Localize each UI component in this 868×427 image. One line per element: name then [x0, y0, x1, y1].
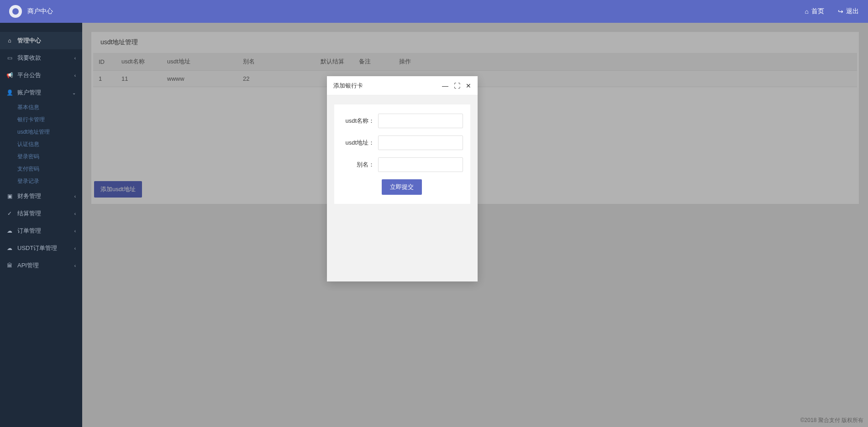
sidebar-label: 结算管理: [17, 209, 41, 218]
sidebar-item-notice[interactable]: 📢平台公告 ‹: [0, 67, 82, 84]
chevron-left-icon: ‹: [74, 194, 76, 199]
chevron-left-icon: ‹: [74, 263, 76, 268]
nav-logout-label: 退出: [846, 7, 859, 16]
sidebar-item-finance[interactable]: ▣财务管理 ‹: [0, 187, 82, 205]
minimize-icon[interactable]: —: [442, 82, 448, 89]
add-bankcard-modal: 添加银行卡 — ⛶ ✕ usdt名称： usdt地址： 别名： 立即提交: [327, 76, 478, 281]
sidebar-sub-auth[interactable]: 认证信息: [0, 138, 82, 151]
nav-logout-link[interactable]: ↪ 退出: [838, 7, 859, 16]
sidebar-label: 平台公告: [17, 71, 41, 79]
modal-title: 添加银行卡: [333, 82, 363, 90]
usdt-addr-input[interactable]: [378, 135, 463, 150]
cloud-icon: ☁: [6, 228, 13, 234]
home-icon: ⌂: [6, 37, 13, 44]
chevron-left-icon: ‹: [74, 229, 76, 234]
usdt-name-input[interactable]: [378, 114, 463, 128]
sidebar-label: API管理: [17, 261, 39, 270]
sidebar-label: 订单管理: [17, 227, 41, 235]
sidebar: ⌂管理中心 ▭我要收款 ‹ 📢平台公告 ‹ 👤账户管理 ⌄ 基本信息 银行卡管理…: [0, 23, 82, 427]
bank-icon: 🏛: [6, 262, 13, 269]
logout-icon: ↪: [838, 8, 843, 15]
modal-controls: — ⛶ ✕: [442, 82, 471, 89]
sidebar-sub-loginlog[interactable]: 登录记录: [0, 175, 82, 187]
sidebar-item-usdt-order[interactable]: ☁USDT订单管理 ‹: [0, 240, 82, 257]
chevron-left-icon: ‹: [74, 73, 76, 78]
sidebar-label: 管理中心: [17, 36, 41, 45]
speaker-icon: 📢: [6, 72, 13, 78]
chevron-down-icon: ⌄: [72, 90, 76, 95]
maximize-icon[interactable]: ⛶: [454, 82, 460, 89]
header-right: ⌂ 首页 ↪ 退出: [805, 7, 859, 16]
form-row-alias: 别名：: [342, 157, 463, 172]
close-icon[interactable]: ✕: [466, 82, 471, 89]
modal-header: 添加银行卡 — ⛶ ✕: [327, 76, 478, 95]
sidebar-label: 财务管理: [17, 192, 41, 200]
alias-input[interactable]: [378, 157, 463, 172]
addr-label: usdt地址：: [342, 139, 378, 147]
chevron-left-icon: ‹: [74, 246, 76, 251]
sidebar-item-dashboard[interactable]: ⌂管理中心: [0, 32, 82, 49]
check-icon: ✓: [6, 210, 13, 217]
name-label: usdt名称：: [342, 117, 378, 125]
sidebar-item-account[interactable]: 👤账户管理 ⌄: [0, 84, 82, 101]
sidebar-item-api[interactable]: 🏛API管理 ‹: [0, 257, 82, 274]
sidebar-sub-paypw[interactable]: 支付密码: [0, 163, 82, 175]
sidebar-item-order[interactable]: ☁订单管理 ‹: [0, 222, 82, 240]
alias-label: 别名：: [342, 161, 378, 169]
cloud-icon: ☁: [6, 245, 13, 251]
chevron-left-icon: ‹: [74, 211, 76, 216]
form-row-name: usdt名称：: [342, 114, 463, 128]
submit-button[interactable]: 立即提交: [382, 179, 422, 195]
sidebar-label: 账户管理: [17, 89, 41, 97]
nav-home-label: 首页: [811, 7, 824, 16]
sidebar-sub-bankcard[interactable]: 银行卡管理: [0, 114, 82, 126]
nav-home-link[interactable]: ⌂ 首页: [805, 7, 824, 16]
logo-icon: [9, 5, 22, 18]
sidebar-item-settle[interactable]: ✓结算管理 ‹: [0, 205, 82, 222]
sidebar-label: USDT订单管理: [17, 244, 57, 252]
home-icon: ⌂: [805, 8, 809, 15]
sidebar-label: 我要收款: [17, 54, 41, 62]
user-icon: 👤: [6, 89, 13, 96]
sidebar-sub-basic[interactable]: 基本信息: [0, 101, 82, 114]
form-panel: usdt名称： usdt地址： 别名： 立即提交: [334, 104, 470, 204]
chevron-left-icon: ‹: [74, 56, 76, 61]
credit-icon: ▭: [6, 55, 13, 61]
money-icon: ▣: [6, 193, 13, 199]
modal-body: usdt名称： usdt地址： 别名： 立即提交: [327, 95, 478, 213]
sidebar-item-collect[interactable]: ▭我要收款 ‹: [0, 49, 82, 67]
top-header: 商户中心 ⌂ 首页 ↪ 退出: [0, 0, 868, 23]
sidebar-sub-loginpw[interactable]: 登录密码: [0, 151, 82, 163]
sidebar-sub-usdt[interactable]: usdt地址管理: [0, 126, 82, 138]
app-title: 商户中心: [27, 7, 53, 16]
form-row-addr: usdt地址：: [342, 135, 463, 150]
header-left: 商户中心: [9, 5, 53, 18]
